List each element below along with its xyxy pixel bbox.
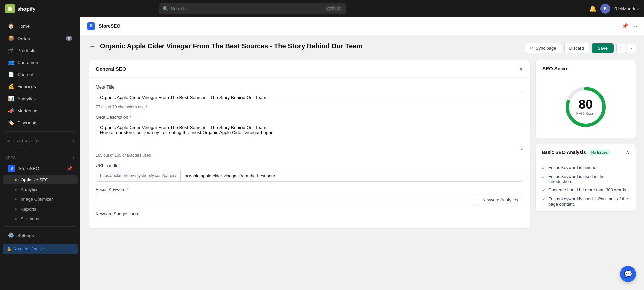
meta-title-label: Meta Title — [96, 84, 523, 90]
app-header-more-icon[interactable]: ⋯ — [632, 23, 637, 29]
content-icon: 📄 — [8, 71, 14, 77]
shopify-logo[interactable]: shopify — [5, 4, 35, 13]
check-icon-3: ✓ — [542, 188, 546, 193]
score-label: SEO Score — [576, 111, 596, 116]
meta-description-char-count: 165 out of 165 characters used — [96, 153, 523, 158]
sidebar-sub-item-sitemaps[interactable]: Sitemaps — [3, 214, 78, 223]
sidebar-sub-item-analytics[interactable]: Analytics — [3, 185, 78, 194]
home-icon: 🏠 — [8, 23, 14, 29]
shopify-text: shopify — [17, 6, 35, 12]
meta-description-group: Meta Description * 165 out of 165 charac… — [96, 115, 523, 158]
keyword-suggestions-group: Keyword Suggestions: — [96, 211, 523, 216]
main-layout: 🏠 Home 📦 Orders 9 🛒 Products 👥 Customers… — [0, 17, 644, 290]
required-asterisk: * — [130, 115, 131, 120]
main-column: General SEO ∧ Meta Title 77 out of 70 ch… — [89, 60, 530, 229]
search-shortcut: CTRL K — [325, 6, 342, 11]
no-issues-badge: No Issues — [589, 150, 610, 155]
meta-title-input[interactable] — [96, 92, 523, 103]
discard-button[interactable]: Discard — [564, 43, 589, 53]
focus-keyword-group: Focus Keyword * Keyword Analytics — [96, 187, 523, 206]
sync-icon: ↺ — [530, 46, 534, 51]
check-text-1: Focus keyword is unique. — [548, 165, 598, 170]
sidebar-item-label: Customers — [17, 60, 39, 65]
storeseo-app-icon: S — [8, 165, 15, 172]
next-button[interactable]: › — [627, 44, 636, 53]
chat-button[interactable]: 💬 — [620, 266, 636, 282]
sidebar-item-marketing[interactable]: 📣 Marketing — [3, 105, 78, 116]
sub-label: Analytics — [21, 187, 38, 192]
sidebar-item-storeseo[interactable]: S StoreSEO 📌 — [3, 162, 78, 175]
username: RickMortdev — [614, 6, 639, 11]
two-col-layout: General SEO ∧ Meta Title 77 out of 70 ch… — [89, 60, 636, 229]
url-prefix: https://rickmortdev.myshopify.com/pages/ — [96, 170, 181, 181]
meta-description-label: Meta Description * — [96, 115, 523, 120]
check-text-4: Focus keyword is used 1-2% times of the … — [548, 196, 630, 207]
bell-icon[interactable]: 🔔 — [589, 5, 596, 12]
sidebar-item-finances[interactable]: 💰 Finances — [3, 81, 78, 92]
avatar[interactable]: R — [600, 4, 610, 14]
check-icon-1: ✓ — [542, 165, 546, 171]
page-title-row: ← Organic Apple Cider Vinegar From The B… — [89, 42, 636, 53]
marketing-icon: 📣 — [8, 108, 14, 114]
expand-apps-icon[interactable]: + — [72, 155, 75, 160]
meta-title-group: Meta Title 77 out of 70 characters used — [96, 84, 523, 109]
sidebar-item-content[interactable]: 📄 Content — [3, 69, 78, 80]
focus-keyword-input[interactable] — [96, 194, 475, 206]
seo-analysis-title: Basic SEO Analysis No Issues — [542, 150, 610, 155]
sub-label: Image Optimizer — [21, 197, 53, 202]
back-button[interactable]: ← — [89, 42, 96, 51]
seo-analysis-card: Basic SEO Analysis No Issues ∧ ✓ Focus k… — [535, 144, 636, 212]
sidebar-item-products[interactable]: 🛒 Products — [3, 45, 78, 56]
prev-button[interactable]: ‹ — [616, 44, 626, 53]
check-item-1: ✓ Focus keyword is unique. — [542, 165, 630, 171]
keyword-analytics-button[interactable]: Keyword Analytics — [478, 194, 523, 206]
sidebar-item-settings[interactable]: ⚙️ Settings — [3, 230, 78, 241]
sub-dot — [15, 198, 17, 200]
sidebar-item-label: Home — [17, 24, 30, 29]
sidebar-item-home[interactable]: 🏠 Home — [3, 20, 78, 32]
sub-dot — [15, 218, 17, 220]
sidebar-item-discounts[interactable]: 🏷️ Discounts — [3, 117, 78, 128]
url-input-wrapper: https://rickmortdev.myshopify.com/pages/ — [96, 170, 523, 182]
sidebar-sub-item-image-optimizer[interactable]: Image Optimizer — [3, 195, 78, 204]
expand-icon[interactable]: + — [72, 138, 75, 144]
check-text-3: Content should be more than 300 words. — [548, 187, 627, 192]
app-header-actions: 📌 ⋯ — [622, 23, 637, 29]
sub-dot — [15, 189, 17, 191]
sidebar-item-label: Products — [17, 48, 35, 53]
url-handle-input[interactable] — [181, 170, 523, 181]
non-transferable-badge: 🔒 Non-transferable — [3, 244, 78, 254]
sidebar-sub-item-optimize-seo[interactable]: Optimize SEO — [3, 175, 78, 184]
page-title: Organic Apple Cider Vinegar From The Bes… — [100, 42, 521, 50]
required-asterisk: * — [127, 187, 129, 192]
save-button[interactable]: Save — [592, 43, 614, 53]
analysis-collapse-icon[interactable]: ∧ — [626, 149, 630, 155]
sidebar-item-analytics[interactable]: 📊 Analytics — [3, 93, 78, 104]
sidebar-item-label: Settings — [17, 233, 34, 238]
seo-score-header: SEO Score — [536, 60, 636, 77]
sidebar-item-label: Marketing — [17, 108, 37, 113]
pin-icon[interactable]: 📌 — [67, 166, 72, 171]
discounts-icon: 🏷️ — [8, 120, 14, 126]
sidebar-item-orders[interactable]: 📦 Orders 9 — [3, 33, 78, 44]
customers-icon: 👥 — [8, 59, 14, 65]
sidebar-item-label: Discounts — [17, 120, 37, 125]
collapse-icon[interactable]: ∧ — [519, 66, 523, 72]
sidebar-item-customers[interactable]: 👥 Customers — [3, 57, 78, 68]
meta-description-textarea[interactable] — [96, 122, 523, 150]
sidebar-item-label: Analytics — [17, 96, 36, 101]
topbar: shopify 🔍 CTRL K 🔔 R RickMortdev — [0, 0, 644, 17]
sub-label: Optimize SEO — [21, 177, 48, 182]
search-input[interactable] — [171, 6, 323, 11]
sidebar-item-label: Orders — [17, 36, 31, 41]
sync-page-button[interactable]: ↺ Sync page — [525, 43, 561, 53]
keyword-row: Keyword Analytics — [96, 194, 523, 206]
topbar-right: 🔔 R RickMortdev — [589, 4, 639, 14]
sidebar-sub-item-reports[interactable]: Reports — [3, 205, 78, 214]
app-header-pin-icon[interactable]: 📌 — [622, 23, 628, 29]
general-seo-title: General SEO — [96, 66, 126, 72]
check-item-3: ✓ Content should be more than 300 words. — [542, 187, 630, 193]
orders-badge: 9 — [66, 36, 72, 41]
search-bar[interactable]: 🔍 CTRL K — [159, 3, 346, 14]
general-seo-header: General SEO ∧ — [89, 60, 530, 78]
